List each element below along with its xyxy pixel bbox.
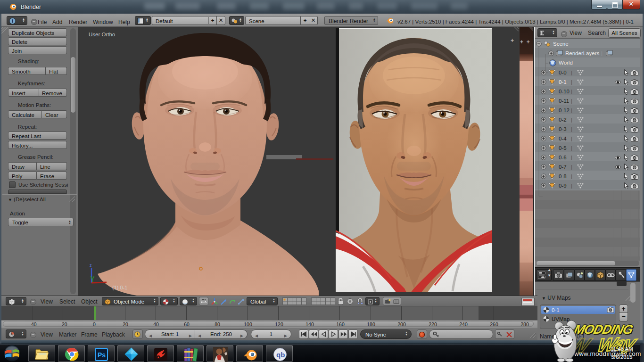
svg-text:z: z [90, 263, 92, 268]
svg-text:i: i [12, 18, 13, 24]
svg-text:qb: qb [276, 351, 285, 359]
